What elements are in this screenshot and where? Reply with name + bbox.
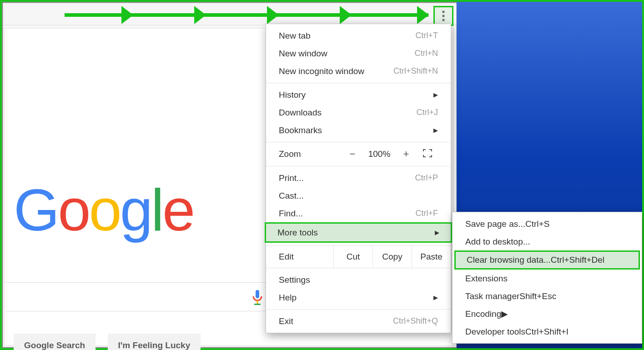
- browser-toolbar: [3, 3, 456, 25]
- submenu-arrow-icon: ▶: [433, 127, 438, 134]
- menu-label: Encoding: [465, 309, 501, 319]
- menu-label: Extensions: [465, 274, 508, 284]
- menu-more-tools[interactable]: More tools▶: [265, 222, 452, 243]
- submenu-encoding[interactable]: Encoding▶: [453, 305, 642, 323]
- menu-new-incognito[interactable]: New incognito windowCtrl+Shift+N: [266, 62, 451, 80]
- menu-label: Help: [279, 293, 431, 303]
- submenu-add-desktop[interactable]: Add to desktop...: [453, 233, 642, 250]
- menu-shortcut: Shift+Esc: [519, 291, 556, 301]
- fullscreen-icon: [423, 149, 432, 157]
- logo-letter: g: [120, 176, 151, 244]
- zoom-out-button[interactable]: −: [342, 148, 363, 160]
- submenu-developer-tools[interactable]: Developer toolsCtrl+Shift+I: [453, 323, 642, 340]
- menu-shortcut: Ctrl+T: [416, 31, 438, 40]
- logo-letter: G: [14, 176, 58, 244]
- search-input[interactable]: [5, 282, 267, 311]
- submenu-save-page[interactable]: Save page as...Ctrl+S: [453, 215, 642, 233]
- menu-label: New window: [279, 49, 414, 59]
- menu-label: Cast...: [279, 191, 438, 201]
- svg-point-2: [442, 19, 444, 21]
- more-tools-submenu: Save page as...Ctrl+S Add to desktop... …: [452, 212, 642, 344]
- menu-label: Task manager: [465, 291, 519, 301]
- annotation-arrow-head: [121, 6, 133, 24]
- annotation-arrow-head: [267, 6, 279, 24]
- edit-cut-button[interactable]: Cut: [333, 246, 372, 268]
- google-logo: Google: [14, 176, 193, 244]
- menu-shortcut: Ctrl+J: [416, 108, 438, 117]
- menu-cast[interactable]: Cast...: [266, 187, 451, 205]
- logo-letter: o: [89, 176, 120, 244]
- menu-history[interactable]: History▶: [266, 86, 451, 104]
- menu-divider: [266, 83, 451, 83]
- annotation-arrow: [65, 13, 428, 17]
- annotation-frame: Google Google Search I'm Feeling Lucky N…: [0, 0, 644, 350]
- menu-downloads[interactable]: DownloadsCtrl+J: [266, 104, 451, 121]
- annotation-arrow-head: [417, 6, 429, 24]
- svg-rect-5: [254, 304, 261, 305]
- menu-shortcut: Ctrl+F: [416, 209, 438, 218]
- menu-shortcut: Ctrl+S: [525, 219, 549, 229]
- menu-shortcut: Ctrl+Shift+Del: [551, 255, 604, 265]
- svg-point-1: [442, 15, 444, 17]
- submenu-clear-browsing-data[interactable]: Clear browsing data...Ctrl+Shift+Del: [454, 250, 640, 270]
- menu-label: Downloads: [279, 108, 416, 118]
- submenu-arrow-icon: ▶: [433, 294, 438, 301]
- zoom-value: 100%: [363, 149, 395, 159]
- svg-point-0: [442, 10, 444, 13]
- logo-letter: e: [162, 176, 193, 244]
- menu-edit-row: Edit Cut Copy Paste: [266, 245, 451, 268]
- menu-label: Zoom: [279, 149, 342, 159]
- menu-label: New tab: [279, 31, 416, 41]
- submenu-arrow-icon: ▶: [435, 229, 439, 236]
- submenu-task-manager[interactable]: Task managerShift+Esc: [453, 287, 642, 305]
- edit-copy-button[interactable]: Copy: [372, 246, 412, 268]
- submenu-extensions[interactable]: Extensions: [453, 270, 642, 287]
- microphone-icon[interactable]: [252, 290, 263, 305]
- menu-label: More tools: [277, 228, 432, 238]
- submenu-arrow-icon: ▶: [501, 309, 508, 319]
- menu-bookmarks[interactable]: Bookmarks▶: [266, 121, 451, 139]
- search-buttons: Google Search I'm Feeling Lucky: [14, 334, 211, 350]
- annotation-arrow-head: [340, 6, 352, 24]
- edit-paste-button[interactable]: Paste: [412, 246, 451, 268]
- google-search-button[interactable]: Google Search: [14, 334, 96, 350]
- logo-letter: o: [58, 176, 89, 244]
- menu-label: Print...: [279, 173, 415, 183]
- menu-label: Find...: [279, 209, 416, 219]
- svg-rect-3: [256, 290, 259, 298]
- feeling-lucky-button[interactable]: I'm Feeling Lucky: [108, 334, 201, 350]
- menu-label: Edit: [266, 246, 333, 268]
- menu-exit[interactable]: ExitCtrl+Shift+Q: [266, 312, 451, 330]
- menu-label: Settings: [279, 275, 438, 285]
- menu-label: Add to desktop...: [465, 237, 530, 247]
- menu-help[interactable]: Help▶: [266, 289, 451, 306]
- menu-shortcut: Ctrl+Shift+I: [525, 327, 569, 337]
- menu-label: History: [279, 90, 431, 100]
- menu-zoom: Zoom − 100% +: [266, 142, 451, 166]
- menu-label: Clear browsing data...: [467, 255, 551, 265]
- menu-new-window[interactable]: New windowCtrl+N: [266, 45, 451, 62]
- svg-rect-4: [257, 300, 258, 304]
- logo-letter: l: [151, 176, 162, 244]
- fullscreen-button[interactable]: [417, 149, 438, 160]
- menu-print[interactable]: Print...Ctrl+P: [266, 169, 451, 187]
- menu-settings[interactable]: Settings: [266, 271, 451, 289]
- annotation-arrow-head: [194, 6, 206, 24]
- menu-find[interactable]: Find...Ctrl+F: [266, 205, 451, 222]
- chrome-main-menu: New tabCtrl+T New windowCtrl+N New incog…: [266, 24, 451, 333]
- zoom-in-button[interactable]: +: [395, 148, 417, 160]
- menu-label: New incognito window: [279, 66, 393, 76]
- menu-label: Bookmarks: [279, 125, 431, 135]
- chrome-menu-button[interactable]: [433, 6, 453, 26]
- vertical-dots-icon: [442, 10, 445, 21]
- menu-divider: [266, 309, 451, 310]
- menu-shortcut: Ctrl+Shift+Q: [393, 316, 438, 326]
- menu-shortcut: Ctrl+N: [414, 49, 438, 58]
- menu-label: Save page as...: [465, 219, 525, 229]
- menu-label: Developer tools: [465, 327, 525, 337]
- submenu-arrow-icon: ▶: [433, 91, 438, 98]
- menu-new-tab[interactable]: New tabCtrl+T: [266, 27, 451, 45]
- menu-label: Exit: [279, 316, 393, 326]
- menu-shortcut: Ctrl+P: [415, 173, 438, 183]
- menu-shortcut: Ctrl+Shift+N: [393, 66, 438, 76]
